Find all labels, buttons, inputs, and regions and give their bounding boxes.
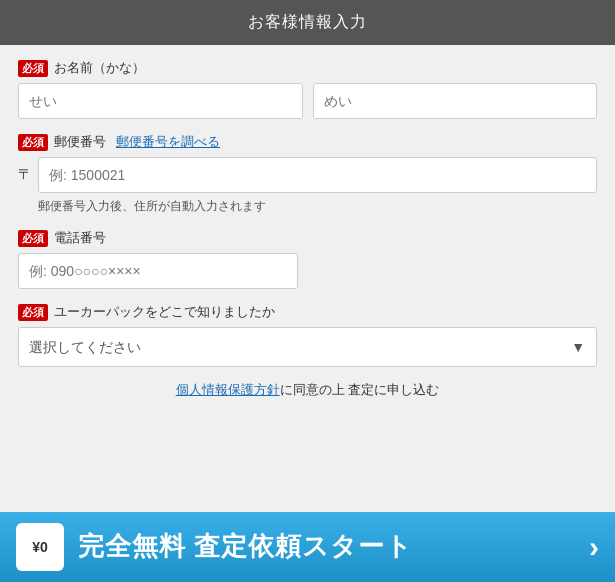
source-field-group: 必須 ユーカーパックをどこで知りましたか 選択してください ▼ xyxy=(18,303,597,367)
yen-badge: ¥0 xyxy=(16,523,64,571)
postal-required-badge: 必須 xyxy=(18,134,48,151)
name-label-row: 必須 お名前（かな） xyxy=(18,59,597,77)
source-required-badge: 必須 xyxy=(18,304,48,321)
cta-button-text: 完全無料 査定依頼スタート xyxy=(78,531,413,562)
postal-hint: 郵便番号入力後、住所が自動入力されます xyxy=(38,198,597,215)
yen-badge-text: ¥0 xyxy=(32,539,48,555)
postal-lookup-link[interactable]: 郵便番号を調べる xyxy=(116,133,220,151)
postal-label-row: 必須 郵便番号 郵便番号を調べる xyxy=(18,133,597,151)
name-inputs-container xyxy=(18,83,597,119)
phone-field-group: 必須 電話番号 xyxy=(18,229,597,289)
source-label-row: 必須 ユーカーパックをどこで知りましたか xyxy=(18,303,597,321)
mei-input[interactable] xyxy=(313,83,598,119)
source-label: ユーカーパックをどこで知りましたか xyxy=(54,303,275,321)
phone-label: 電話番号 xyxy=(54,229,106,247)
source-select-wrapper: 選択してください ▼ xyxy=(18,327,597,367)
postal-field-group: 必須 郵便番号 郵便番号を調べる 〒 郵便番号入力後、住所が自動入力されます xyxy=(18,133,597,215)
postal-symbol: 〒 xyxy=(18,166,32,184)
consent-text: に同意の上 査定に申し込む xyxy=(280,382,440,397)
cta-banner[interactable]: ¥0 完全無料 査定依頼スタート › xyxy=(0,512,615,582)
page-header: お客様情報入力 xyxy=(0,0,615,45)
cta-arrow-icon: › xyxy=(589,530,599,564)
page-title: お客様情報入力 xyxy=(248,13,367,30)
phone-required-badge: 必須 xyxy=(18,230,48,247)
name-field-group: 必須 お名前（かな） xyxy=(18,59,597,119)
name-required-badge: 必須 xyxy=(18,60,48,77)
consent-row: 個人情報保護方針に同意の上 査定に申し込む xyxy=(18,381,597,399)
source-select[interactable]: 選択してください xyxy=(18,327,597,367)
form-area: 必須 お名前（かな） 必須 郵便番号 郵便番号を調べる 〒 郵便番号入力後、住所… xyxy=(0,45,615,512)
postal-row: 〒 xyxy=(18,157,597,193)
phone-input[interactable] xyxy=(18,253,298,289)
phone-label-row: 必須 電話番号 xyxy=(18,229,597,247)
privacy-policy-link[interactable]: 個人情報保護方針 xyxy=(176,382,280,397)
page-wrapper: お客様情報入力 必須 お名前（かな） 必須 郵便番号 郵便番号を調べる 〒 xyxy=(0,0,615,582)
sei-input[interactable] xyxy=(18,83,303,119)
postal-label: 郵便番号 xyxy=(54,133,106,151)
name-label: お名前（かな） xyxy=(54,59,145,77)
postal-input[interactable] xyxy=(38,157,597,193)
